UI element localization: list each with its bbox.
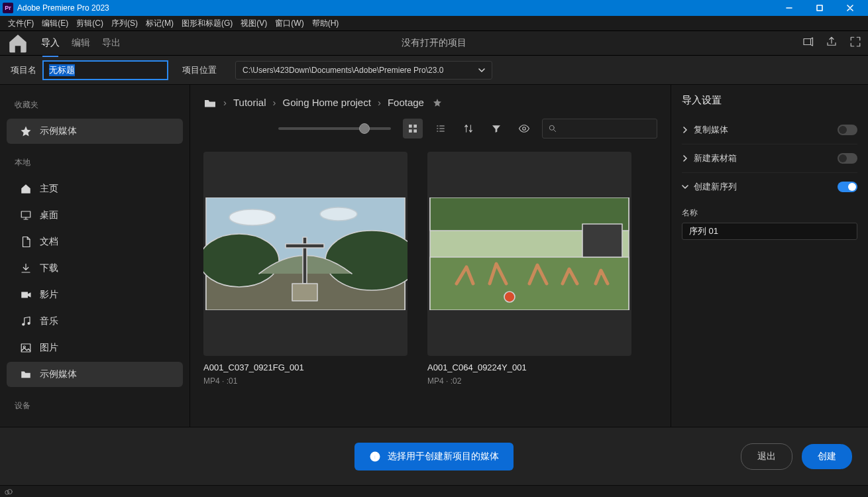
svg-rect-26 <box>582 224 622 257</box>
favorites-title: 收藏夹 <box>0 95 190 117</box>
toggle-new-bin[interactable] <box>838 153 857 164</box>
svg-rect-19 <box>286 244 324 248</box>
svg-rect-11 <box>413 129 417 133</box>
menu-graphics[interactable]: 图形和标题(G) <box>178 17 237 30</box>
tab-export[interactable]: 导出 <box>102 33 121 53</box>
toggle-create-sequence[interactable] <box>838 182 857 192</box>
search-icon <box>548 124 557 133</box>
svg-point-4 <box>23 323 25 325</box>
mode-row: 导入 编辑 导出 没有打开的项目 <box>0 30 868 56</box>
menu-window[interactable]: 窗口(W) <box>271 17 307 30</box>
svg-point-21 <box>229 209 276 225</box>
sidebar-local-music[interactable]: 音乐 <box>7 309 183 334</box>
svg-point-17 <box>325 231 407 290</box>
devices-title: 设备 <box>0 396 190 418</box>
sort-button[interactable] <box>459 119 478 138</box>
sequence-name-input[interactable] <box>682 223 857 240</box>
setting-new-bin[interactable]: 新建素材箱 <box>682 144 857 173</box>
title-bar: Pr Adobe Premiere Pro 2023 <box>0 0 868 16</box>
menu-help[interactable]: 帮助(H) <box>308 17 343 30</box>
sidebar-item-label: 音乐 <box>40 315 58 327</box>
crumb-3[interactable]: Footage <box>388 97 424 108</box>
home-icon <box>20 183 32 195</box>
project-name-label: 项目名 <box>11 64 36 76</box>
crumb-1[interactable]: Tutorial <box>233 97 266 108</box>
media-clip[interactable]: A001_C037_0921FG_001 MP4 · :01 <box>203 152 407 423</box>
tab-edit[interactable]: 编辑 <box>72 33 90 53</box>
exit-button[interactable]: 退出 <box>741 443 792 470</box>
search-input[interactable] <box>542 119 657 138</box>
media-clip[interactable]: A001_C064_09224Y_001 MP4 · :02 <box>427 152 631 423</box>
file-icon <box>20 236 32 248</box>
svg-point-27 <box>504 292 515 302</box>
menu-view[interactable]: 视图(V) <box>237 17 271 30</box>
svg-rect-10 <box>409 129 412 133</box>
quick-export-icon[interactable] <box>802 36 814 50</box>
filter-button[interactable] <box>486 119 506 138</box>
setting-copy-media[interactable]: 复制媒体 <box>682 116 857 144</box>
svg-point-16 <box>203 234 279 287</box>
close-button[interactable] <box>835 0 865 16</box>
maximize-button[interactable] <box>804 0 835 16</box>
project-location-value: C:\Users\423Down\Documents\Adobe\Premier… <box>243 66 443 75</box>
menu-sequence[interactable]: 序列(S) <box>107 17 142 30</box>
preview-button[interactable] <box>514 119 534 138</box>
desktop-icon <box>20 209 32 221</box>
list-view-button[interactable] <box>431 119 451 138</box>
sidebar-fav-sample-media[interactable]: 示例媒体 <box>7 119 183 144</box>
grid-view-button[interactable] <box>403 119 423 138</box>
download-icon <box>20 262 32 274</box>
home-button[interactable] <box>7 34 29 52</box>
sidebar-item-label: 影片 <box>40 289 58 301</box>
menu-bar: 文件(F) 编辑(E) 剪辑(C) 序列(S) 标记(M) 图形和标题(G) 视… <box>0 16 868 30</box>
tab-import[interactable]: 导入 <box>41 33 60 53</box>
clip-subtitle: MP4 · :01 <box>203 376 407 386</box>
video-icon <box>20 289 32 301</box>
svg-rect-8 <box>409 125 412 128</box>
svg-point-5 <box>28 323 30 325</box>
status-bar <box>0 485 868 497</box>
sidebar-local-sample-media[interactable]: 示例媒体 <box>7 362 183 387</box>
menu-clip[interactable]: 剪辑(C) <box>72 17 107 30</box>
fullscreen-icon[interactable] <box>849 36 861 50</box>
thumbnail-image <box>427 197 631 310</box>
center-panel: › Tutorial › Going Home project › Footag… <box>190 85 671 427</box>
sidebar-local-videos[interactable]: 影片 <box>7 282 183 307</box>
svg-point-13 <box>549 125 554 130</box>
breadcrumb-sep: › <box>272 97 276 108</box>
sidebar-local-pictures[interactable]: 图片 <box>7 335 183 360</box>
project-name-input[interactable] <box>43 61 168 80</box>
setting-label: 创建新序列 <box>694 181 737 193</box>
toggle-copy-media[interactable] <box>838 125 857 135</box>
share-icon[interactable] <box>826 36 838 50</box>
project-location-select[interactable]: C:\Users\423Down\Documents\Adobe\Premier… <box>235 61 492 80</box>
setting-label: 复制媒体 <box>694 124 728 136</box>
menu-edit[interactable]: 编辑(E) <box>38 17 72 30</box>
image-icon <box>20 342 32 354</box>
cloud-icon[interactable] <box>4 487 13 496</box>
thumbnail-size-slider[interactable] <box>278 127 391 130</box>
app-icon: Pr <box>3 3 13 13</box>
clip-thumbnail <box>203 152 407 356</box>
svg-rect-2 <box>21 211 30 217</box>
sidebar-local-home[interactable]: 主页 <box>7 176 183 201</box>
breadcrumb: › Tutorial › Going Home project › Footag… <box>190 85 671 115</box>
sidebar-local-downloads[interactable]: 下载 <box>7 256 183 281</box>
minimize-button[interactable] <box>774 0 804 16</box>
setting-create-sequence[interactable]: 创建新序列 <box>682 173 857 201</box>
sidebar-local-documents[interactable]: 文档 <box>7 229 183 254</box>
star-outline-icon[interactable] <box>431 97 444 108</box>
create-button[interactable]: 创建 <box>802 444 852 469</box>
folder-open-icon[interactable] <box>203 97 217 108</box>
chevron-right-icon <box>682 155 688 162</box>
media-grid: A001_C037_0921FG_001 MP4 · :01 A001_C064… <box>190 148 671 427</box>
chevron-right-icon <box>682 127 688 133</box>
main-area: 收藏夹 示例媒体 本地 主页 桌面 文档 下载 影片 音乐 图片 示例媒体 设备… <box>0 85 868 427</box>
project-row: 项目名 项目位置 C:\Users\423Down\Documents\Adob… <box>0 56 868 85</box>
menu-file[interactable]: 文件(F) <box>4 17 38 30</box>
setting-label: 新建素材箱 <box>694 152 737 164</box>
sidebar-local-desktop[interactable]: 桌面 <box>7 203 183 228</box>
clip-title: A001_C037_0921FG_001 <box>203 362 407 372</box>
menu-marker[interactable]: 标记(M) <box>142 17 178 30</box>
crumb-2[interactable]: Going Home project <box>282 97 370 108</box>
